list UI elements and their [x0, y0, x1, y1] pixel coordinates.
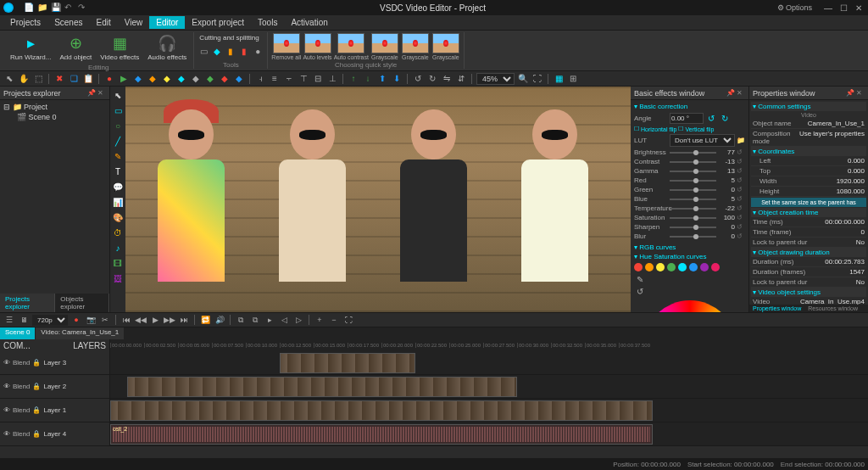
track-name[interactable]: Layer 3 [43, 359, 66, 366]
tb2-paste-icon[interactable]: 📋 [82, 73, 94, 85]
track-content[interactable] [110, 375, 868, 398]
tb2-b6-icon[interactable]: ◆ [204, 73, 216, 85]
slider-red[interactable] [670, 180, 716, 182]
hue-sat-section[interactable]: Hue Saturation curves [634, 252, 745, 261]
slider-saturation[interactable] [670, 217, 716, 219]
track-name[interactable]: Layer 4 [43, 430, 66, 438]
slider-reset-icon[interactable]: ↺ [737, 214, 745, 221]
close-button[interactable]: ✕ [853, 2, 865, 14]
run-wizard-button[interactable]: ▸Run Wizard... [7, 32, 54, 63]
pb-rec-icon[interactable]: ● [70, 314, 82, 326]
add-object-button[interactable]: ⊕Add object [56, 32, 95, 63]
maximize-button[interactable]: ☐ [837, 2, 849, 14]
pb-end-icon[interactable]: ⏭ [178, 314, 190, 326]
track-visibility-icon[interactable]: 👁 [3, 383, 10, 390]
tab-properties[interactable]: Properties window [749, 305, 804, 312]
tb2-up-icon[interactable]: ↑ [348, 73, 359, 85]
style-grayscale-2[interactable]: Grayscale [401, 32, 430, 60]
tool-spray-icon[interactable]: 🎨 [111, 210, 125, 224]
slider-reset-icon[interactable]: ↺ [737, 223, 745, 231]
slider-sharpen[interactable] [670, 227, 716, 228]
track-visibility-icon[interactable]: 👁 [3, 359, 10, 366]
track-content[interactable] [110, 399, 868, 422]
curves-pen-icon[interactable]: ✎ [634, 273, 646, 285]
tb2-snap-icon[interactable]: ⊞ [567, 73, 579, 85]
preview-viewport[interactable] [125, 87, 631, 312]
tool-icon-5[interactable]: ● [252, 45, 264, 57]
pb-loop-icon[interactable]: 🔁 [199, 314, 211, 326]
tb2-align-b-icon[interactable]: ⊥ [326, 73, 338, 85]
tool-image-icon[interactable]: 🖼 [111, 271, 125, 285]
prop-value[interactable]: 0.000 [848, 157, 865, 165]
hflip-checkbox[interactable]: ☐ Horizontal flip [634, 126, 676, 132]
menu-editor[interactable]: Editor [149, 16, 185, 29]
slider-blur[interactable] [670, 236, 716, 238]
tool-pen-icon[interactable]: ✎ [111, 149, 125, 163]
prop-value[interactable]: Camera_In_Use_1 [808, 120, 865, 127]
track-name[interactable]: Layer 1 [43, 406, 66, 414]
pb-start-icon[interactable]: ⏮ [120, 314, 132, 326]
tree-scene-node[interactable]: 🎬 Scene 0 [3, 112, 106, 122]
tool-counter-icon[interactable]: ⏱ [111, 226, 125, 239]
tb2-flip-v-icon[interactable]: ⇵ [455, 73, 467, 85]
tb2-crop-icon[interactable]: ⬚ [32, 73, 44, 85]
slider-reset-icon[interactable]: ↺ [737, 148, 745, 156]
tb2-play-icon[interactable]: ▶ [118, 73, 130, 85]
tb2-align-t-icon[interactable]: ⊤ [298, 73, 309, 85]
color-dot-0[interactable] [634, 263, 643, 271]
tb2-cursor-icon[interactable]: ⬉ [3, 73, 15, 85]
color-dot-4[interactable] [678, 263, 687, 271]
rotate-left-icon[interactable]: ↺ [705, 112, 717, 124]
tool-icon-2[interactable]: ◆ [211, 45, 223, 57]
slider-reset-icon[interactable]: ↺ [737, 186, 745, 193]
pb-mark-out-icon[interactable]: ⧉ [249, 314, 261, 326]
track-lock-icon[interactable]: 🔒 [32, 359, 41, 366]
tool-text-icon[interactable]: T [111, 165, 125, 178]
slider-reset-icon[interactable]: ↺ [737, 232, 745, 240]
menu-export[interactable]: Export project [185, 16, 251, 29]
pb-zoom-in-icon[interactable]: + [314, 314, 326, 326]
tool-icon-4[interactable]: ▮ [238, 45, 250, 57]
prop-value[interactable]: No [856, 278, 865, 286]
be-pin-icon[interactable]: 📌 [726, 89, 735, 98]
timeline-clip[interactable] [127, 377, 517, 397]
tb2-b8-icon[interactable]: ◆ [233, 73, 245, 85]
slider-green[interactable] [670, 189, 716, 191]
tab-resources[interactable]: Resources window [804, 305, 861, 312]
cut-split-link[interactable]: Cutting and splitting [198, 32, 260, 43]
color-dot-5[interactable] [689, 263, 698, 271]
tb2-align-r-icon[interactable]: ⫟ [283, 73, 295, 85]
qat-redo-icon[interactable]: ↷ [78, 3, 88, 13]
rgb-curves-section[interactable]: RGB curves [634, 243, 745, 252]
tb2-zoom-in-icon[interactable]: 🔍 [517, 73, 529, 85]
prop-section[interactable]: Object creation time [751, 208, 866, 217]
lut-select[interactable]: Don't use LUT [670, 134, 735, 147]
tool-audio-icon[interactable]: ♪ [111, 241, 125, 255]
tb2-b3-icon[interactable]: ◆ [161, 73, 173, 85]
tb2-align-l-icon[interactable]: ⫞ [254, 73, 266, 85]
track-visibility-icon[interactable]: 👁 [3, 406, 10, 414]
pb-menu-icon[interactable]: ☰ [3, 314, 15, 326]
timeline-clip[interactable] [280, 353, 415, 373]
tool-line-icon[interactable]: ╱ [111, 134, 125, 148]
color-dot-3[interactable] [667, 263, 676, 271]
pb-prev-icon[interactable]: ◀◀ [135, 314, 147, 326]
track-blend-label[interactable]: Blend [13, 406, 30, 414]
tool-icon-1[interactable]: ▭ [198, 45, 209, 57]
hue-wheel[interactable] [643, 300, 737, 312]
slider-reset-icon[interactable]: ↺ [737, 195, 745, 203]
slider-reset-icon[interactable]: ↺ [737, 176, 745, 184]
angle-input[interactable] [670, 113, 704, 124]
slider-temperature[interactable] [670, 208, 716, 210]
timeline-clip[interactable]: ost_2 [110, 424, 653, 445]
pb-vol-icon[interactable]: 🔊 [214, 314, 225, 326]
menu-activation[interactable]: Activation [284, 16, 334, 29]
be-close-icon[interactable]: ✕ [737, 89, 745, 98]
timeline-ruler[interactable]: 00:00:00.00000:00:02.50000:00:05.00000:0… [110, 339, 868, 351]
track-blend-label[interactable]: Blend [13, 383, 30, 390]
timeline-clip[interactable] [110, 400, 653, 421]
pb-next-icon[interactable]: ▶▶ [164, 314, 175, 326]
scene-tab-0[interactable]: Scene 0 [0, 327, 35, 339]
pb-monitor-icon[interactable]: 🖥 [18, 314, 30, 326]
track-blend-label[interactable]: Blend [13, 430, 30, 438]
